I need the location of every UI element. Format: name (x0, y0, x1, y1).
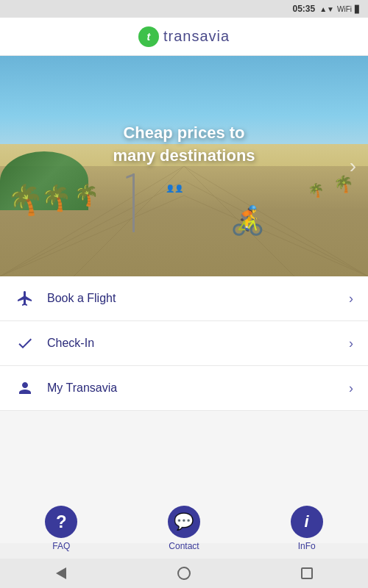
svg-line-3 (184, 181, 368, 276)
back-icon (56, 567, 66, 579)
main-menu: Book a Flight › Check-In › My Transavia … (0, 276, 368, 411)
recents-icon (301, 567, 313, 579)
faq-icon: ? (56, 512, 67, 532)
recents-button[interactable] (296, 562, 318, 584)
svg-line-5 (184, 196, 368, 276)
contact-label: Contact (169, 541, 199, 551)
app-name: transavia (163, 28, 230, 45)
home-icon (177, 567, 191, 580)
android-nav-bar (0, 559, 368, 588)
check-in-chevron: › (349, 336, 353, 351)
book-flight-chevron: › (349, 291, 353, 306)
nav-item-contact[interactable]: 💬 Contact (168, 506, 200, 551)
status-bar: 05:35 ▲▼ WiFi ▊ (0, 0, 368, 18)
my-transavia-chevron: › (349, 381, 353, 396)
plane-icon (15, 288, 35, 309)
wifi-icon: WiFi (337, 5, 352, 13)
contact-icon: 💬 (174, 512, 194, 531)
check-icon (15, 333, 35, 354)
home-button[interactable] (173, 562, 195, 584)
my-transavia-label: My Transavia (47, 381, 349, 395)
status-time: 05:35 (293, 4, 316, 14)
menu-item-check-in[interactable]: Check-In › (0, 321, 368, 366)
info-label: InFo (298, 541, 316, 551)
book-flight-label: Book a Flight (47, 292, 349, 305)
nav-item-info[interactable]: i InFo (291, 506, 323, 551)
nav-item-faq[interactable]: ? FAQ (45, 506, 77, 551)
cyclist-figure: 🚴 (230, 204, 265, 237)
palm-tree-5: 🌴 (308, 184, 324, 197)
contact-icon-circle: 💬 (168, 506, 200, 538)
menu-item-my-transavia[interactable]: My Transavia › (0, 366, 368, 411)
battery-icon: ▊ (355, 5, 361, 13)
logo: t transavia (138, 26, 230, 47)
hero-text-overlay: Cheap prices to many destinations (0, 122, 368, 168)
palm-tree-4: 🌴 (333, 176, 353, 193)
hero-banner: 🌴 🌴 🌴 🌴 🌴 🚴 👤👤 Cheap prices to many dest… (0, 56, 368, 276)
back-button[interactable] (50, 562, 72, 584)
person-icon (15, 378, 35, 398)
distant-figures: 👤👤 (166, 184, 183, 193)
app-header: t transavia (0, 18, 368, 56)
faq-label: FAQ (52, 541, 70, 551)
svg-line-6 (74, 166, 184, 276)
palm-tree-2: 🌴 (40, 185, 71, 210)
status-icons: ▲▼ WiFi ▊ (319, 5, 361, 13)
check-in-label: Check-In (47, 337, 349, 350)
signal-icon: ▲▼ (319, 5, 334, 13)
palm-tree-1: 🌴 (7, 185, 44, 215)
hero-tagline: Cheap prices to many destinations (0, 122, 368, 168)
bottom-nav: ? FAQ 💬 Contact i InFo (0, 498, 368, 559)
lamp-post (132, 173, 135, 232)
menu-item-book-flight[interactable]: Book a Flight › (0, 276, 368, 321)
logo-icon: t (138, 26, 159, 47)
faq-icon-circle: ? (45, 506, 77, 538)
hero-arrow-icon: › (350, 154, 356, 178)
info-icon: i (305, 512, 309, 531)
palm-tree-3: 🌴 (74, 185, 99, 206)
info-icon-circle: i (291, 506, 323, 538)
